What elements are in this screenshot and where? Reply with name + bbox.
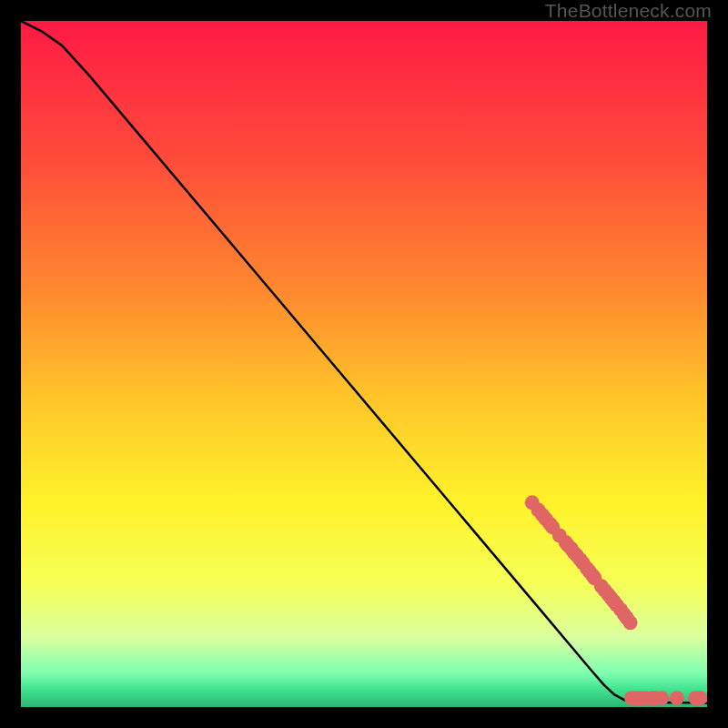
- data-point: [623, 615, 638, 630]
- chart-container: TheBottleneck.com: [0, 0, 728, 728]
- gradient-background: [21, 21, 707, 707]
- data-point: [693, 691, 707, 705]
- chart-svg: [21, 21, 707, 707]
- data-point: [670, 691, 684, 705]
- watermark-text: TheBottleneck.com: [545, 0, 712, 22]
- data-point: [654, 691, 669, 705]
- chart-area: [21, 21, 707, 707]
